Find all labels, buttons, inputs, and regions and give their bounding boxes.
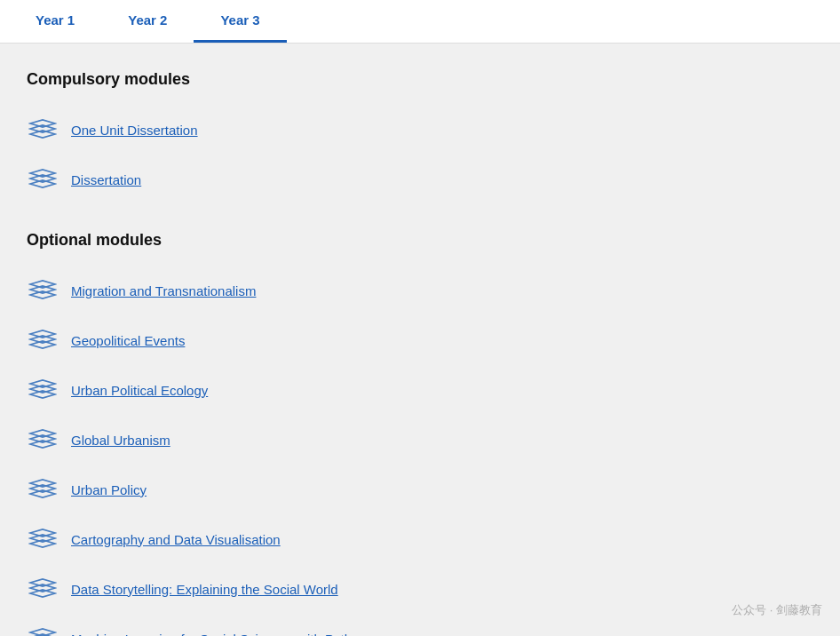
list-item: Urban Policy: [27, 465, 813, 514]
list-item: Migration and Transnationalism: [27, 266, 813, 315]
module-icon: [27, 374, 59, 406]
module-icon: [27, 274, 59, 306]
module-icon: [27, 163, 59, 195]
list-item: Cartography and Data Visualisation: [27, 514, 813, 564]
module-icon: [27, 424, 59, 456]
module-link[interactable]: Global Urbanism: [71, 433, 170, 448]
list-item: One Unit Dissertation: [27, 105, 813, 155]
module-link[interactable]: Urban Political Ecology: [71, 383, 208, 398]
module-link[interactable]: Dissertation: [71, 172, 141, 187]
module-link[interactable]: Geopolitical Events: [71, 333, 185, 348]
compulsory-section: Compulsory modules One Unit Dissertation: [27, 70, 813, 204]
compulsory-title: Compulsory modules: [27, 70, 813, 89]
module-icon: [27, 114, 59, 146]
list-item: Geopolitical Events: [27, 315, 813, 365]
tab-year1[interactable]: Year 1: [9, 0, 101, 43]
optional-list: Migration and Transnationalism Geopoliti…: [27, 266, 813, 636]
list-item: Urban Political Ecology: [27, 365, 813, 415]
content-area: Compulsory modules One Unit Dissertation: [0, 44, 840, 636]
module-link[interactable]: Data Storytelling: Explaining the Social…: [71, 582, 338, 597]
optional-section: Optional modules Migration and Transnati…: [27, 231, 813, 636]
module-link[interactable]: One Unit Dissertation: [71, 123, 198, 138]
watermark: 公众号 · 剑藤教育: [732, 602, 822, 618]
module-icon: [27, 623, 59, 636]
module-icon: [27, 573, 59, 605]
tab-year2[interactable]: Year 2: [101, 0, 194, 43]
tab-bar: Year 1 Year 2 Year 3: [0, 0, 840, 44]
list-item: Machine Learning for Social Sciences wit…: [27, 614, 813, 636]
list-item: Global Urbanism: [27, 415, 813, 465]
module-icon: [27, 324, 59, 356]
module-icon: [27, 473, 59, 505]
list-item: Dissertation: [27, 155, 813, 204]
tab-year3[interactable]: Year 3: [194, 0, 286, 43]
module-link[interactable]: Urban Policy: [71, 482, 147, 497]
list-item: Data Storytelling: Explaining the Social…: [27, 564, 813, 614]
module-icon: [27, 523, 59, 555]
optional-title: Optional modules: [27, 231, 813, 250]
compulsory-list: One Unit Dissertation Dissertation: [27, 105, 813, 204]
module-link[interactable]: Migration and Transnationalism: [71, 283, 256, 298]
module-link[interactable]: Cartography and Data Visualisation: [71, 532, 281, 547]
module-link[interactable]: Machine Learning for Social Sciences wit…: [71, 632, 367, 637]
